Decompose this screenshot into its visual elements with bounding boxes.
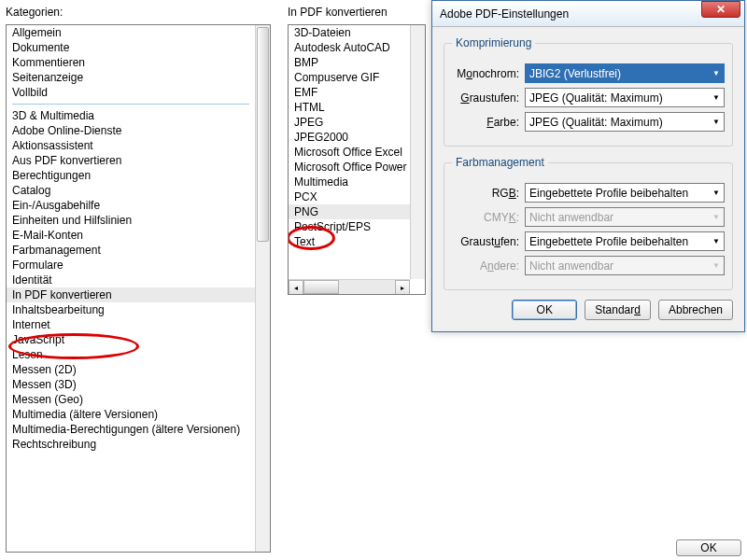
convert-listbox[interactable]: 3D-DateienAutodesk AutoCADBMPCompuserve … [288, 24, 426, 295]
grayscale2-combo[interactable]: Eingebettete Profile beibehalten▼ [525, 231, 725, 251]
list-item[interactable]: Berechtigungen [7, 168, 255, 183]
list-item[interactable]: Catalog [7, 183, 255, 198]
list-item[interactable]: Rechtschreibung [7, 437, 255, 452]
list-item[interactable]: PCX [289, 189, 410, 204]
dialog-title: Adobe PDF-Einstellungen [440, 7, 740, 21]
scroll-left-button[interactable]: ◂ [289, 280, 303, 295]
cmyk-combo: Nicht anwendbar▼ [525, 207, 725, 227]
list-item[interactable]: Messen (Geo) [7, 392, 255, 407]
chevron-down-icon: ▼ [709, 93, 720, 102]
compression-group: Komprimierung Monochrom: JBIG2 (Verlustf… [444, 36, 733, 147]
list-item[interactable]: In PDF konvertieren [7, 287, 255, 302]
grayscale-combo[interactable]: JPEG (Qualität: Maximum)▼ [525, 88, 725, 107]
categories-listbox[interactable]: AllgemeinDokumenteKommentierenSeitenanze… [6, 24, 271, 553]
color-label: Farbe: [452, 116, 525, 129]
dialog-button-row: OK Standard Abbrechen [444, 300, 733, 320]
other-combo: Nicht anwendbar▼ [525, 256, 725, 275]
list-item[interactable]: PNG [289, 204, 410, 219]
list-item[interactable]: EMF [289, 85, 410, 100]
convert-label: In PDF konvertieren [288, 6, 426, 19]
other-label: Andere: [452, 259, 525, 273]
list-item[interactable]: Vollbild [7, 85, 255, 100]
list-item[interactable]: Adobe Online-Dienste [7, 123, 255, 138]
preferences-ok-button[interactable]: OK [676, 539, 741, 556]
list-item[interactable]: Internet [7, 317, 255, 332]
list-item[interactable]: Aus PDF konvertieren [7, 153, 255, 168]
close-button[interactable]: ✕ [701, 1, 740, 18]
colormanagement-group: Farbmanagement RGB: Eingebettete Profile… [444, 156, 733, 290]
list-item[interactable]: Microsoft Office Power [289, 160, 410, 175]
scrollbar-thumb[interactable] [257, 27, 269, 242]
list-item[interactable]: JPEG [289, 115, 410, 130]
list-item[interactable]: Messen (2D) [7, 362, 255, 377]
list-item[interactable]: Seitenanzeige [7, 70, 255, 85]
list-item[interactable]: Dokumente [7, 40, 255, 55]
scrollbar-thumb[interactable] [303, 280, 339, 294]
chevron-down-icon: ▼ [709, 118, 720, 126]
list-item[interactable]: Einheiten und Hilfslinien [7, 213, 255, 228]
chevron-down-icon: ▼ [709, 189, 720, 197]
dialog-body: Komprimierung Monochrom: JBIG2 (Verlustf… [432, 27, 744, 331]
list-item[interactable]: Autodesk AutoCAD [289, 40, 410, 55]
list-item[interactable]: Messen (3D) [7, 377, 255, 392]
list-item[interactable]: Identität [7, 273, 255, 287]
list-item[interactable]: Multimedia [289, 175, 410, 189]
close-icon: ✕ [716, 3, 726, 16]
list-item[interactable]: Ein-/Ausgabehilfe [7, 198, 255, 213]
list-item[interactable]: JPEG2000 [289, 130, 410, 145]
list-item[interactable]: Allgemein [7, 25, 255, 40]
list-item[interactable]: Aktionsassistent [7, 138, 255, 153]
dialog-titlebar[interactable]: Adobe PDF-Einstellungen ✕ [432, 1, 744, 27]
scroll-track[interactable] [303, 280, 395, 294]
list-item[interactable]: Compuserve GIF [289, 70, 410, 85]
chevron-down-icon: ▼ [709, 213, 720, 221]
list-item[interactable]: 3D & Multimedia [7, 108, 255, 123]
colormanagement-legend: Farbmanagement [452, 156, 548, 169]
standard-button[interactable]: Standard [585, 300, 651, 320]
list-item[interactable]: Farbmanagement [7, 243, 255, 258]
categories-label: Kategorien: [6, 6, 271, 19]
categories-panel: Kategorien: AllgemeinDokumenteKommentier… [6, 6, 271, 553]
color-combo[interactable]: JPEG (Qualität: Maximum)▼ [525, 112, 725, 132]
categories-list-inner: AllgemeinDokumenteKommentierenSeitenanze… [7, 25, 255, 452]
chevron-down-icon: ▼ [709, 237, 720, 245]
list-item[interactable]: Inhaltsbearbeitung [7, 302, 255, 317]
compression-legend: Komprimierung [452, 36, 535, 49]
grayscale2-label: Graustufen: [452, 235, 525, 248]
rgb-combo[interactable]: Eingebettete Profile beibehalten▼ [525, 183, 725, 203]
category-divider [12, 104, 249, 105]
vertical-scrollbar[interactable] [410, 25, 425, 279]
chevron-down-icon: ▼ [709, 261, 720, 270]
list-item[interactable]: Kommentieren [7, 55, 255, 70]
convert-list-inner: 3D-DateienAutodesk AutoCADBMPCompuserve … [289, 25, 410, 279]
list-item[interactable]: Multimedia (ältere Versionen) [7, 407, 255, 422]
list-item[interactable]: PostScript/EPS [289, 219, 410, 234]
grayscale-label: Graustufen: [452, 91, 525, 105]
cmyk-label: CMYK: [452, 211, 525, 224]
list-item[interactable]: BMP [289, 55, 410, 70]
list-item[interactable]: 3D-Dateien [289, 25, 410, 40]
list-item[interactable]: JavaScript [7, 332, 255, 347]
monochrome-combo[interactable]: JBIG2 (Verlustfrei)▼ [525, 63, 725, 83]
list-item[interactable]: Multimedia-Berechtigungen (ältere Versio… [7, 422, 255, 437]
rgb-label: RGB: [452, 187, 525, 200]
chevron-down-icon: ▼ [709, 69, 720, 77]
list-item[interactable]: Microsoft Office Excel [289, 145, 410, 160]
pdf-settings-dialog: Adobe PDF-Einstellungen ✕ Komprimierung … [431, 0, 745, 332]
horizontal-scrollbar[interactable]: ◂ ▸ [289, 279, 410, 294]
list-item[interactable]: Formulare [7, 258, 255, 273]
cancel-button[interactable]: Abbrechen [658, 300, 733, 320]
list-item[interactable]: E-Mail-Konten [7, 228, 255, 243]
scroll-right-button[interactable]: ▸ [395, 280, 410, 295]
convert-panel: In PDF konvertieren 3D-DateienAutodesk A… [288, 6, 426, 295]
monochrome-label: Monochrom: [452, 67, 525, 80]
vertical-scrollbar[interactable] [255, 25, 270, 552]
list-item[interactable]: Lesen [7, 347, 255, 362]
list-item[interactable]: Text [289, 234, 410, 249]
list-item[interactable]: HTML [289, 100, 410, 115]
ok-button[interactable]: OK [512, 300, 577, 320]
